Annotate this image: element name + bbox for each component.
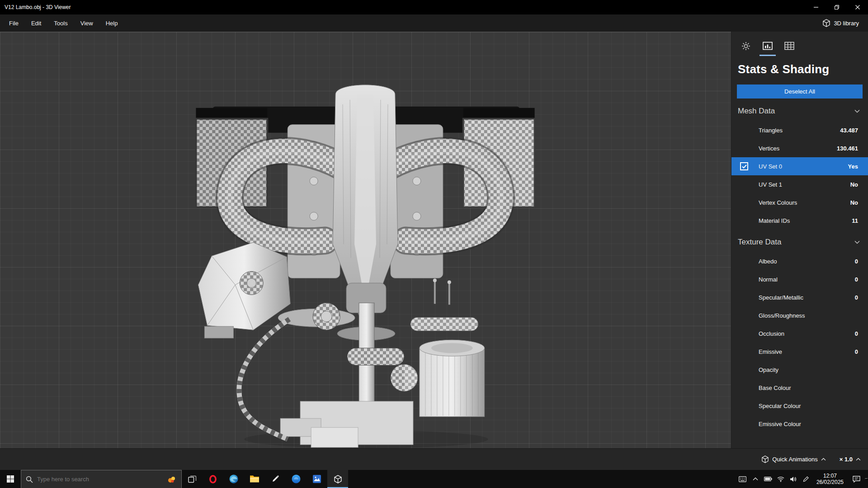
- keyboard-icon: [739, 476, 746, 482]
- search-input[interactable]: [37, 476, 163, 483]
- clock-time: 12:07: [816, 473, 844, 479]
- battery-tray-button[interactable]: [762, 470, 774, 488]
- opera-browser-icon[interactable]: [203, 470, 223, 488]
- check-icon: [742, 164, 747, 169]
- show-hidden-icons-button[interactable]: [749, 470, 762, 488]
- stat-label: UV Set 0: [759, 163, 782, 170]
- 3d-viewer-app-button[interactable]: [327, 470, 348, 488]
- photos-app-button[interactable]: [307, 470, 327, 488]
- stat-value: 43.487: [840, 127, 858, 134]
- texture-row-specular-metallic[interactable]: Specular/Metallic 0: [731, 288, 868, 306]
- stat-value: 11: [852, 217, 858, 224]
- system-tray: 12:07 26/02/2025: [736, 470, 868, 488]
- touch-keyboard-button[interactable]: [736, 470, 749, 488]
- network-tray-button[interactable]: [774, 470, 787, 488]
- animation-speed-label: × 1.0: [840, 456, 853, 463]
- uv-set-0-checkbox[interactable]: [740, 162, 748, 170]
- 3d-library-label: 3D library: [834, 20, 859, 27]
- action-center-button[interactable]: [848, 470, 865, 488]
- tab-lighting[interactable]: [738, 40, 754, 56]
- stat-label: Albedo: [759, 258, 777, 265]
- texture-row-emissive-colour[interactable]: Emissive Colour: [731, 415, 868, 433]
- texture-row-albedo[interactable]: Albedo 0: [731, 252, 868, 270]
- volume-tray-button[interactable]: [787, 470, 800, 488]
- tab-stats-shading[interactable]: [760, 40, 776, 56]
- stat-row-vertices[interactable]: Vertices 130.461: [731, 139, 868, 157]
- 3d-library-button[interactable]: 3D library: [816, 14, 865, 32]
- stat-label: Gloss/Roughness: [759, 312, 805, 319]
- menu-edit[interactable]: Edit: [25, 14, 47, 32]
- close-button[interactable]: [847, 0, 868, 14]
- stats-chart-icon: [763, 42, 773, 50]
- stat-row-material-ids[interactable]: Material IDs 11: [731, 211, 868, 230]
- chevron-down-icon: [854, 109, 860, 113]
- texture-row-occlusion[interactable]: Occlusion 0: [731, 324, 868, 343]
- stat-label: Specular/Metallic: [759, 294, 803, 301]
- edge-browser-icon[interactable]: [223, 470, 244, 488]
- stat-row-uv-set-0[interactable]: UV Set 0 Yes: [731, 157, 868, 175]
- texture-row-emissive[interactable]: Emissive 0: [731, 343, 868, 361]
- battery-icon: [764, 477, 772, 481]
- chevron-up-icon: [821, 458, 826, 461]
- restore-button[interactable]: [826, 0, 847, 14]
- taskbar-search-box[interactable]: [21, 470, 182, 488]
- deselect-all-button[interactable]: Deselect All: [737, 84, 863, 99]
- stat-row-triangles[interactable]: Triangles 43.487: [731, 121, 868, 139]
- search-icon: [26, 476, 33, 483]
- texture-row-normal[interactable]: Normal 0: [731, 270, 868, 288]
- start-button[interactable]: [0, 470, 21, 488]
- file-explorer-icon: [250, 475, 259, 483]
- blue-app-button[interactable]: [286, 470, 307, 488]
- menu-file[interactable]: File: [3, 14, 25, 32]
- tab-grid[interactable]: [781, 40, 797, 56]
- menu-tools[interactable]: Tools: [47, 14, 74, 32]
- file-explorer-button[interactable]: [244, 470, 265, 488]
- menu-help[interactable]: Help: [99, 14, 124, 32]
- cube-icon: [823, 19, 830, 27]
- stat-value: 130.461: [837, 145, 858, 152]
- animation-speed-button[interactable]: × 1.0: [840, 456, 861, 463]
- stats-panel: Stats & Shading Deselect All Mesh Data T…: [731, 32, 868, 448]
- stat-row-uv-set-1[interactable]: UV Set 1 No: [731, 175, 868, 193]
- stat-value: 0: [855, 330, 858, 337]
- clock-date: 26/02/2025: [816, 479, 844, 485]
- texture-row-base-colour[interactable]: Base Colour: [731, 379, 868, 397]
- panel-tabs: [737, 36, 863, 56]
- show-desktop-button[interactable]: [865, 478, 868, 480]
- minimize-button[interactable]: [806, 0, 826, 14]
- windows-logo-icon: [7, 475, 14, 483]
- snip-sketch-button[interactable]: [265, 470, 286, 488]
- stat-label: Opacity: [759, 366, 778, 373]
- stat-row-vertex-colours[interactable]: Vertex Colours No: [731, 193, 868, 211]
- texture-row-specular-colour[interactable]: Specular Colour: [731, 397, 868, 415]
- window-controls: [806, 0, 868, 14]
- wifi-icon: [777, 476, 784, 482]
- stat-label: Triangles: [759, 127, 783, 134]
- chevron-up-icon: [856, 458, 861, 461]
- pen-tray-button[interactable]: [800, 470, 812, 488]
- task-view-button[interactable]: [182, 470, 203, 488]
- engine-model: [0, 32, 731, 448]
- quick-animations-button[interactable]: Quick Animations: [761, 455, 826, 463]
- taskbar-clock[interactable]: 12:07 26/02/2025: [812, 473, 848, 485]
- search-highlights-icon: [167, 474, 177, 484]
- stat-label: Normal: [759, 276, 778, 283]
- stat-value: No: [850, 181, 858, 188]
- edge-icon: [229, 474, 239, 484]
- texture-data-header[interactable]: Texture Data: [737, 230, 863, 252]
- viewport-3d[interactable]: [0, 32, 731, 448]
- quick-animations-label: Quick Animations: [772, 456, 817, 463]
- panel-title: Stats & Shading: [738, 62, 862, 76]
- texture-row-gloss-roughness[interactable]: Gloss/Roughness: [731, 306, 868, 324]
- task-view-icon: [188, 475, 197, 483]
- stat-value: 0: [855, 258, 858, 265]
- sun-icon: [741, 42, 750, 51]
- animation-bar: Quick Animations × 1.0: [0, 448, 868, 470]
- mesh-data-header[interactable]: Mesh Data: [737, 99, 863, 121]
- taskbar: 12:07 26/02/2025: [0, 470, 868, 488]
- stat-label: Material IDs: [759, 217, 790, 224]
- menu-view[interactable]: View: [74, 14, 99, 32]
- stat-label: Emissive Colour: [759, 421, 801, 427]
- stat-value: 0: [855, 348, 858, 355]
- texture-row-opacity[interactable]: Opacity: [731, 361, 868, 379]
